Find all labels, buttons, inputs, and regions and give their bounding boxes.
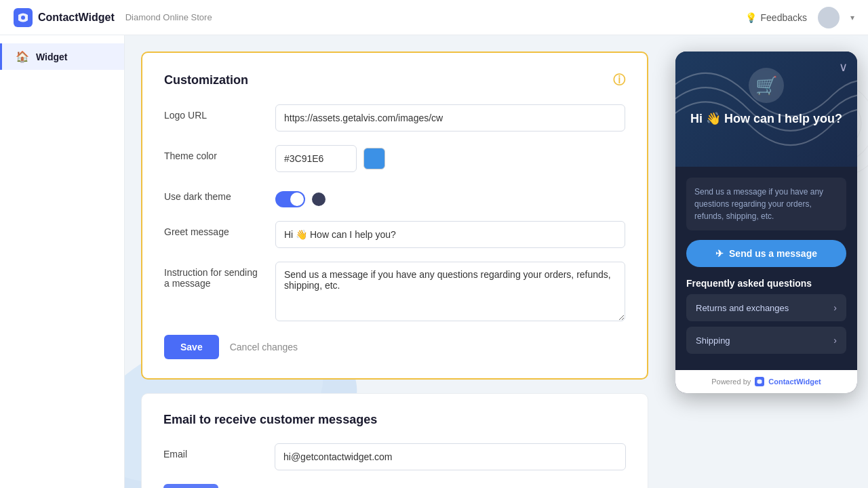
logo-icon (14, 8, 33, 27)
instruction-textarea[interactable] (275, 262, 625, 321)
theme-color-label: Theme color (164, 145, 264, 161)
main-content: Customization ⓘ Logo URL Theme color Use… (125, 35, 665, 488)
dark-mode-icon (312, 192, 326, 206)
greet-message-row: Greet message (164, 221, 625, 248)
logo-url-label: Logo URL (164, 104, 264, 121)
cancel-button[interactable]: Cancel changes (230, 342, 298, 352)
toggle-wrap (275, 186, 326, 207)
logo-area: ContactWidget (14, 8, 115, 27)
color-swatch[interactable] (363, 148, 385, 169)
email-label: Email (163, 443, 264, 460)
widget-preview: ∨ 🛒 Hi 👋 How can I help you? Send us a m… (675, 52, 857, 393)
instruction-label: Instruction for sending a message (164, 262, 264, 289)
customization-btn-row: Save Cancel changes (164, 335, 625, 359)
faq-item-1[interactable]: Shipping › (686, 327, 846, 354)
widget-header: ∨ 🛒 Hi 👋 How can I help you? (675, 52, 857, 167)
user-menu-chevron[interactable]: ▾ (850, 13, 854, 22)
email-card-title: Email to receive customer messages (163, 413, 626, 427)
toggle-knob (290, 192, 304, 206)
email-row: Email (163, 443, 626, 470)
widget-collapse-icon[interactable]: ∨ (839, 60, 848, 75)
send-icon: ✈ (715, 248, 724, 259)
email-input[interactable] (275, 443, 626, 470)
home-icon: 🏠 (16, 50, 29, 63)
theme-color-row: Theme color (164, 145, 625, 172)
dark-theme-label: Use dark theme (164, 186, 264, 202)
store-name: Diamond Online Store (125, 12, 212, 22)
widget-greet-text: Hi 👋 How can I help you? (689, 111, 844, 126)
powered-logo-icon (755, 377, 764, 386)
theme-color-input[interactable] (275, 145, 357, 172)
instruction-row: Instruction for sending a message (164, 262, 625, 321)
main-layout: 🏠 Widget Customization ⓘ Logo URL Theme … (0, 35, 868, 488)
sidebar: 🏠 Widget (0, 35, 125, 488)
faq-item-1-chevron: › (833, 335, 837, 346)
feedbacks-icon: 💡 (745, 12, 757, 23)
email-save-button[interactable]: Save (163, 484, 218, 488)
email-card: Email to receive customer messages Email… (141, 393, 648, 488)
customization-title: Customization ⓘ (164, 72, 625, 88)
header-right: 💡 Feedbacks ▾ (745, 7, 854, 28)
customization-card: Customization ⓘ Logo URL Theme color Use… (141, 52, 648, 380)
powered-brand-text: ContactWidget (768, 378, 821, 386)
save-button[interactable]: Save (164, 335, 219, 359)
faq-item-1-label: Shipping (696, 336, 730, 346)
info-icon[interactable]: ⓘ (613, 72, 625, 88)
faq-item-0-chevron: › (833, 302, 837, 313)
sidebar-item-widget[interactable]: 🏠 Widget (0, 43, 124, 70)
logo-url-row: Logo URL (164, 104, 625, 131)
preview-panel: ∨ 🛒 Hi 👋 How can I help you? Send us a m… (665, 35, 868, 488)
color-input-wrap (275, 145, 625, 172)
dark-theme-row: Use dark theme (164, 186, 625, 207)
header: ContactWidget Diamond Online Store 💡 Fee… (0, 0, 868, 35)
email-btn-row: Save (163, 484, 626, 488)
widget-faq-title: Frequently asked questions (686, 278, 846, 289)
greet-message-input[interactable] (275, 221, 625, 248)
sidebar-item-widget-label: Widget (36, 52, 68, 62)
app-title: ContactWidget (38, 12, 115, 24)
widget-instruction-text: Send us a message if you have any questi… (686, 178, 846, 230)
feedbacks-label: Feedbacks (761, 12, 807, 23)
powered-by-text: Powered by (711, 378, 751, 386)
widget-body: Send us a message if you have any questi… (675, 167, 857, 370)
widget-powered-bar: Powered by ContactWidget (675, 370, 857, 393)
widget-send-label: Send us a message (729, 248, 817, 259)
widget-logo: 🛒 (749, 68, 784, 103)
dark-theme-toggle[interactable] (275, 191, 305, 207)
faq-item-0[interactable]: Returns and exchanges › (686, 294, 846, 321)
feedbacks-button[interactable]: 💡 Feedbacks (745, 12, 807, 23)
svg-point-1 (21, 16, 25, 20)
widget-send-button[interactable]: ✈ Send us a message (686, 240, 846, 267)
faq-item-0-label: Returns and exchanges (696, 303, 789, 313)
user-avatar[interactable] (818, 7, 840, 28)
logo-url-input[interactable] (275, 104, 625, 131)
greet-message-label: Greet message (164, 221, 264, 237)
